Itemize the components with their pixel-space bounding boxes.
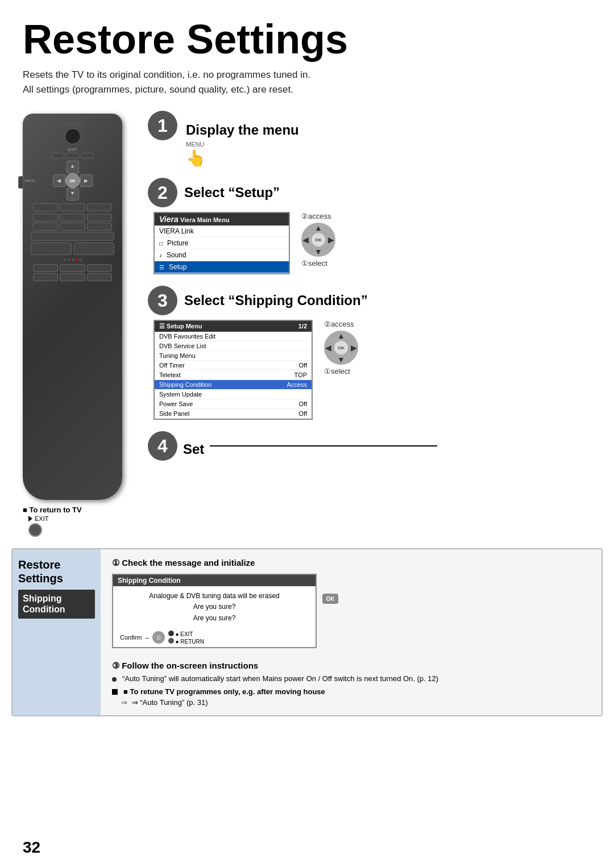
menu-item-viera-link: VIERA Link <box>155 226 289 237</box>
remote-btn-j[interactable] <box>33 264 58 272</box>
step-4-line <box>210 445 437 446</box>
dialog-body: Analogue & DVB tuning data will be erase… <box>113 586 316 628</box>
step-3-circle: 3 <box>148 286 177 315</box>
menu-item-sound: ♪ Sound <box>155 249 289 261</box>
menu-shipping-condition: Shipping ConditionAccess <box>155 380 312 390</box>
shipping-condition-badge: Shipping Condition <box>18 590 95 618</box>
retune-link: ⇒ ⇒ “Auto Tuning” (p. 31) <box>112 698 590 707</box>
menu-system-update: System Update <box>155 390 312 399</box>
menu-teletext: TeletextTOP <box>155 370 312 380</box>
nav-circle-step2: ▲ ▼ ◀ ▶ OK <box>301 223 335 257</box>
arrow-icon <box>28 516 32 521</box>
remote-btn-n[interactable] <box>60 273 85 281</box>
step-1: 1 Display the menu MENU 👆 <box>148 111 603 166</box>
dialog-header: Shipping Condition <box>113 575 316 586</box>
exit-circle-button[interactable] <box>28 523 42 537</box>
shipping-dialog: Shipping Condition Analogue & DVB tuning… <box>112 574 317 648</box>
retune-title: ■ To retune TV programmes only, e.g. aft… <box>112 687 590 696</box>
menu-label-step1: MENU <box>186 141 299 148</box>
setup-menu-header: ☰ Setup Menu 1/2 <box>155 321 312 332</box>
confirm-icon: ⊙ <box>152 631 165 644</box>
remote-btn-o[interactable] <box>87 273 112 281</box>
step-4-circle: 4 <box>148 431 177 461</box>
dpad-up[interactable]: ▲ <box>67 161 79 173</box>
menu-power-save: Power SaveOff <box>155 399 312 409</box>
page-title: Restore Settings <box>0 0 614 68</box>
step-3-title: Select “Shipping Condition” <box>184 286 368 308</box>
follow-bullet-1: “Auto Tuning” will automatically start w… <box>112 674 590 683</box>
menu-side-panel: Side PanelOff <box>155 409 312 419</box>
menu-label: MENU <box>25 179 35 182</box>
bottom-right-panel: ① Check the message and initialize Shipp… <box>101 549 601 715</box>
select-label-step2: ①select <box>301 259 327 268</box>
dpad[interactable]: ▲ ▼ ◀ ▶ OK <box>53 161 93 201</box>
viera-main-menu: Viera Viera Main Menu VIERA Link □ Pictu… <box>154 212 290 274</box>
remote-control: EXIT MENU ▲ ▼ ◀ ▶ OK <box>11 108 142 537</box>
remote-btn-d[interactable] <box>33 214 58 222</box>
nav-circle-step3: ▲ ▼ ◀ ▶ OK <box>324 331 358 365</box>
exit-button-label: EXIT <box>28 515 142 522</box>
step-1-circle: 1 <box>148 111 177 140</box>
menu-tuning: Tuning Menu <box>155 351 312 361</box>
remote-btn-e[interactable] <box>60 214 85 222</box>
menu-dvb-service: DVB Service List <box>155 341 312 351</box>
step-4-title: Set <box>183 435 204 457</box>
remote-btn-l[interactable] <box>87 264 112 272</box>
menu-item-setup: ☰ Setup <box>155 261 289 273</box>
follow-title: ③ Follow the on-screen instructions <box>112 661 590 671</box>
menu-dvb-fav: DVB Favourites Edit <box>155 332 312 341</box>
remote-btn-c[interactable] <box>87 203 112 211</box>
dpad-ok[interactable]: OK <box>65 173 80 188</box>
bullet-dot-icon <box>112 677 117 682</box>
dpad-down[interactable]: ▼ <box>67 188 79 201</box>
remote-btn-f[interactable] <box>87 214 112 222</box>
dpad-left[interactable]: ◀ <box>53 174 65 187</box>
arrow-double-icon: ⇒ <box>121 698 127 707</box>
nav-group-step2: ②access ▲ ▼ ◀ ▶ OK ①select <box>301 212 335 268</box>
dialog-footer: Confirm – ⊙ ● EXIT ● RETURN <box>113 628 316 647</box>
remote-body: EXIT MENU ▲ ▼ ◀ ▶ OK <box>23 114 122 500</box>
remote-btn-k[interactable] <box>60 264 85 272</box>
access-label-step2: ②access <box>301 212 331 220</box>
steps-area: 1 Display the menu MENU 👆 2 Select “Setu… <box>142 108 603 537</box>
bottom-left-panel: Restore Settings Shipping Condition <box>13 549 101 715</box>
remote-btn-h[interactable] <box>60 223 85 231</box>
access-label-step3: ②access <box>324 320 354 328</box>
remote-btn-2[interactable] <box>67 153 79 158</box>
dpad-right[interactable]: ▶ <box>80 174 93 187</box>
remote-btn-pair-r[interactable] <box>74 243 115 255</box>
step-2-circle: 2 <box>148 178 177 207</box>
menu-hand-icon: 👆 <box>186 151 299 166</box>
check-message-title: ① Check the message and initialize <box>112 558 590 568</box>
to-return-label: ■ To return to TV <box>23 506 142 514</box>
remote-btn-b[interactable] <box>60 203 85 211</box>
remote-btn-i[interactable] <box>87 223 112 231</box>
step-1-title: Display the menu <box>186 115 299 138</box>
bullet-square-icon <box>112 689 118 695</box>
remote-btn-3[interactable] <box>81 153 94 158</box>
remote-btn-wide[interactable] <box>31 232 114 241</box>
page-number: 32 <box>23 838 40 857</box>
remote-btn-g[interactable] <box>33 223 58 231</box>
restore-settings-label: Restore Settings <box>18 558 95 585</box>
remote-btn-1[interactable] <box>52 153 64 158</box>
menu-off-timer: Off TimerOff <box>155 361 312 370</box>
step-4: 4 Set <box>148 431 603 461</box>
subtitle: Resets the TV to its original condition,… <box>0 68 614 108</box>
step-3: 3 Select “Shipping Condition” ☰ Setup Me… <box>148 286 603 420</box>
remote-btn-m[interactable] <box>33 273 58 281</box>
setup-menu: ☰ Setup Menu 1/2 DVB Favourites Edit DVB… <box>154 320 313 420</box>
bottom-section: Restore Settings Shipping Condition ① Ch… <box>11 548 603 716</box>
ok-button-dialog[interactable]: OK <box>322 594 338 604</box>
menu-header: Viera Viera Main Menu <box>155 213 289 226</box>
exit-label: EXIT <box>28 148 117 152</box>
menu-side-button[interactable] <box>18 176 24 189</box>
nav-group-step3: ②access ▲ ▼ ◀ ▶ OK ①select <box>324 320 358 375</box>
step-2-title: Select “Setup” <box>184 178 280 201</box>
select-label-step3: ①select <box>324 367 350 375</box>
remote-btn-pair-l[interactable] <box>31 243 72 255</box>
remote-power-button[interactable] <box>65 128 81 144</box>
remote-btn-a[interactable] <box>33 203 58 211</box>
menu-item-picture: □ Picture <box>155 237 289 249</box>
step-2: 2 Select “Setup” Viera Viera Main Menu V… <box>148 178 603 274</box>
